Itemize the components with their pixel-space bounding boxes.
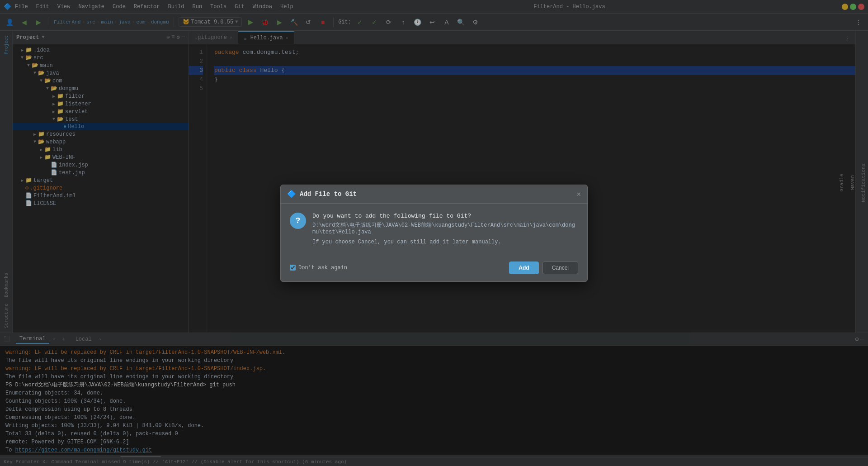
dialog-question-icon: ?: [290, 213, 306, 229]
dialog-close-button[interactable]: ✕: [576, 190, 581, 199]
dialog-main-question: Do you want to add the following file to…: [312, 213, 578, 219]
dialog-cancel-note: If you choose Cancel, you can still add …: [312, 239, 578, 245]
dialog-checkbox-row: Don't ask again: [290, 265, 347, 271]
dialog-question-text: Do you want to add the following file to…: [312, 213, 578, 245]
dialog-footer: Don't ask again Add Cancel: [281, 258, 587, 281]
dialog-cancel-button[interactable]: Cancel: [542, 262, 578, 274]
dont-ask-again-label: Don't ask again: [298, 265, 347, 271]
dialog-add-button[interactable]: Add: [509, 262, 538, 274]
dialog-overlay: 🔷 Add File to Git ✕ ? Do you want to add…: [0, 0, 868, 466]
dialog-title: Add File to Git: [300, 190, 357, 198]
dialog-app-icon: 🔷: [287, 190, 296, 199]
dialog-title-bar: 🔷 Add File to Git ✕: [281, 185, 587, 204]
dialog-body: ? Do you want to add the following file …: [281, 204, 587, 258]
dont-ask-again-checkbox[interactable]: [290, 265, 296, 271]
dialog-buttons: Add Cancel: [509, 262, 578, 274]
add-file-to-git-dialog: 🔷 Add File to Git ✕ ? Do you want to add…: [280, 185, 588, 282]
dialog-question-row: ? Do you want to add the following file …: [290, 213, 578, 245]
dialog-file-path: D:\word文档\电子版练习册\JAVA\02-WEB前端\kuangstud…: [312, 221, 578, 235]
